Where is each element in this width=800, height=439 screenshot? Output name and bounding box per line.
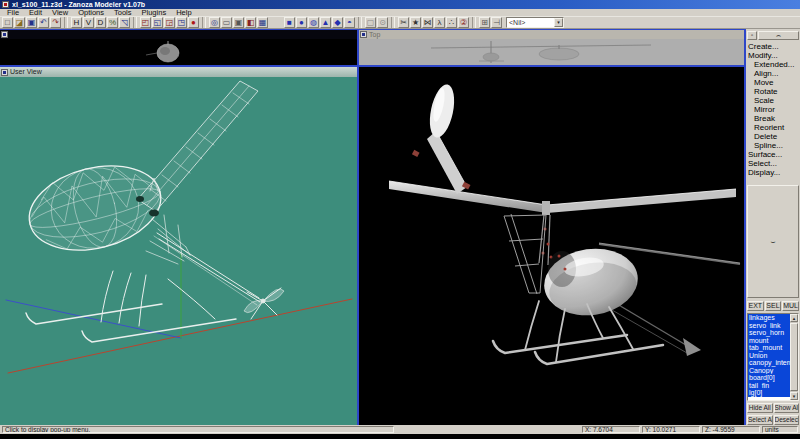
object-list-item[interactable]: mount bbox=[748, 337, 790, 345]
primitive-sphere-icon[interactable]: ● bbox=[296, 17, 307, 28]
scroll-down-arc-icon[interactable]: ⌣ bbox=[747, 185, 799, 298]
panel-command[interactable]: Move bbox=[747, 78, 799, 87]
object-list-item[interactable]: tab_mount bbox=[748, 344, 790, 352]
menu-item[interactable]: Tools bbox=[109, 9, 137, 17]
panel-command[interactable]: Extended... bbox=[747, 60, 799, 69]
menu-item[interactable]: Edit bbox=[24, 9, 47, 17]
frame-icon[interactable]: ⊞ bbox=[479, 17, 490, 28]
object-list-item[interactable]: tail_fin bbox=[748, 382, 790, 390]
viewport-top-left-content[interactable] bbox=[0, 39, 357, 65]
scissors-icon[interactable]: ✂ bbox=[398, 17, 409, 28]
chevron-down-icon[interactable]: ▾ bbox=[554, 18, 563, 27]
mode-button[interactable]: MUL bbox=[782, 301, 799, 311]
redo-icon[interactable]: ↷ bbox=[50, 17, 61, 28]
menu-item[interactable]: File bbox=[2, 9, 24, 17]
primitive-box-icon[interactable]: ■ bbox=[284, 17, 295, 28]
primitive-mesh-icon[interactable]: ◓ bbox=[344, 17, 355, 28]
figure-icon[interactable]: λ bbox=[434, 17, 445, 28]
statusbar-x-coordinate: X: 7.6704 bbox=[582, 426, 640, 433]
horizontal-view-icon[interactable]: H bbox=[71, 17, 82, 28]
object-list-item[interactable]: Canopy bbox=[748, 367, 790, 375]
viewport-top-right-content[interactable] bbox=[359, 39, 744, 65]
primitive-cone-icon[interactable]: ▲ bbox=[320, 17, 331, 28]
viewport-menu-icon[interactable] bbox=[1, 31, 8, 38]
mode-button[interactable]: EXT bbox=[747, 301, 764, 311]
viewport-layout-icon-3[interactable]: ◲ bbox=[164, 17, 175, 28]
menu-item[interactable]: Options bbox=[73, 9, 109, 17]
open-folder-icon[interactable]: ◪ bbox=[14, 17, 25, 28]
attach-icon[interactable]: ⊣ bbox=[491, 17, 502, 28]
scrollbar-thumb[interactable] bbox=[790, 323, 798, 391]
scroll-down-icon[interactable]: ▾ bbox=[790, 392, 798, 400]
menu-item[interactable]: Plugins bbox=[137, 9, 172, 17]
cylinder-icon[interactable]: ▭ bbox=[221, 17, 232, 28]
panel-command[interactable]: Spline... bbox=[747, 141, 799, 150]
depth-view-icon[interactable]: D bbox=[95, 17, 106, 28]
monitor-icon[interactable]: ◧ bbox=[245, 17, 256, 28]
image-icon[interactable]: ▦ bbox=[257, 17, 268, 28]
statusbar-hint[interactable]: Click to display pop-up menu. bbox=[2, 426, 394, 433]
viewport-main-left-caption[interactable]: User View bbox=[0, 67, 357, 77]
panel-command[interactable]: Scale bbox=[747, 96, 799, 105]
zoom-icon[interactable]: ◎ bbox=[209, 17, 220, 28]
object-list-item[interactable]: lg[0] bbox=[748, 389, 790, 397]
primitive-torus-icon[interactable]: ◍ bbox=[308, 17, 319, 28]
viewport-area: Top User View bbox=[0, 29, 744, 425]
mode-button[interactable]: SEL bbox=[765, 301, 782, 311]
scroll-up-icon[interactable]: ▴ bbox=[790, 314, 798, 322]
panel-command[interactable]: Display... bbox=[747, 168, 799, 177]
scroll-up-arc-icon[interactable]: ⌢ bbox=[758, 31, 799, 40]
target-icon[interactable]: ⊙ bbox=[377, 17, 388, 28]
viewport-top-right-title: Top bbox=[369, 31, 380, 39]
panel-command[interactable]: Select... bbox=[747, 159, 799, 168]
viewport-menu-icon[interactable] bbox=[1, 69, 8, 76]
hide-all-button[interactable]: Hide All bbox=[747, 403, 773, 413]
viewport-top-left-caption[interactable] bbox=[0, 30, 357, 39]
cube-icon[interactable]: ▣ bbox=[233, 17, 244, 28]
percent-snap-icon[interactable]: % bbox=[107, 17, 118, 28]
object-list-item[interactable]: canopy_internal bbox=[748, 359, 790, 367]
viewport-main-left-content[interactable] bbox=[0, 77, 357, 425]
panel-pin-icon[interactable]: ▫ bbox=[747, 31, 757, 40]
panel-command[interactable]: Delete bbox=[747, 132, 799, 141]
viewport-main-right-content[interactable] bbox=[359, 67, 744, 425]
viewport-top-right-caption[interactable]: Top bbox=[359, 30, 744, 39]
panel-command[interactable]: Surface... bbox=[747, 150, 799, 159]
viewport-menu-icon[interactable] bbox=[360, 31, 367, 38]
viewport-top-left bbox=[0, 30, 357, 65]
panel-command[interactable]: Create... bbox=[747, 42, 799, 51]
panel-command[interactable]: Break bbox=[747, 114, 799, 123]
vertical-view-icon[interactable]: V bbox=[83, 17, 94, 28]
mirror-tool-icon[interactable]: ⋈ bbox=[422, 17, 433, 28]
save-icon[interactable]: ▣ bbox=[26, 17, 37, 28]
menubar: FileEditViewOptionsToolsPluginsHelp bbox=[0, 9, 800, 17]
show-all-button[interactable]: Show All bbox=[774, 403, 800, 413]
viewport-layout-icon-1[interactable]: ◰ bbox=[140, 17, 151, 28]
panel-command[interactable]: Align... bbox=[747, 69, 799, 78]
panel-command[interactable]: Mirror bbox=[747, 105, 799, 114]
material-dropdown[interactable]: <Nil> ▾ bbox=[506, 17, 564, 28]
deselect-button[interactable]: Deselect bbox=[774, 415, 800, 425]
object-list-item[interactable]: servo_horn bbox=[748, 329, 790, 337]
info-icon[interactable]: ② bbox=[458, 17, 469, 28]
viewport-layout-icon-2[interactable]: ◱ bbox=[152, 17, 163, 28]
object-list-item[interactable]: board[0] bbox=[748, 374, 790, 382]
panel-command[interactable]: Modify... bbox=[747, 51, 799, 60]
primitive-ellipse-icon[interactable]: ◆ bbox=[332, 17, 343, 28]
new-file-icon[interactable]: □ bbox=[2, 17, 13, 28]
plane-icon[interactable]: ▢ bbox=[365, 17, 376, 28]
menu-item[interactable]: Help bbox=[171, 9, 196, 17]
panel-command[interactable]: Rotate bbox=[747, 87, 799, 96]
object-list-item[interactable]: Union bbox=[748, 352, 790, 360]
object-list-item[interactable]: servo_link bbox=[748, 322, 790, 330]
paw-icon[interactable]: ∴ bbox=[446, 17, 457, 28]
menu-item[interactable]: View bbox=[47, 9, 73, 17]
render-icon[interactable]: ● bbox=[188, 17, 199, 28]
undo-icon[interactable]: ↶ bbox=[38, 17, 49, 28]
viewport-layout-icon-4[interactable]: ◳ bbox=[176, 17, 187, 28]
panel-command[interactable]: Reorient bbox=[747, 123, 799, 132]
object-list-item[interactable]: linkages bbox=[748, 314, 790, 322]
select-all-button[interactable]: Select All bbox=[747, 415, 773, 425]
star-icon[interactable]: ★ bbox=[410, 17, 421, 28]
perspective-icon[interactable]: ◹ bbox=[119, 17, 130, 28]
